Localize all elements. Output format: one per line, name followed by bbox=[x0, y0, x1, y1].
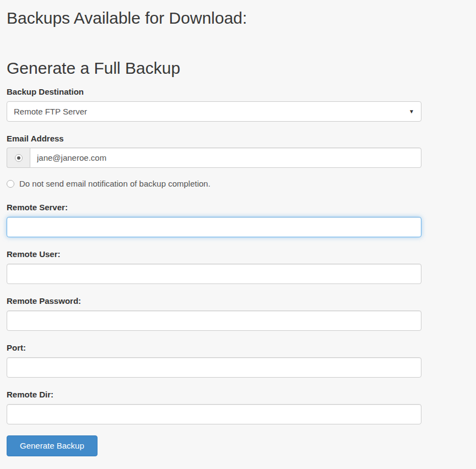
remote-user-input[interactable] bbox=[7, 264, 421, 284]
port-input[interactable] bbox=[7, 357, 421, 378]
remote-dir-label: Remote Dir: bbox=[7, 389, 421, 400]
email-address-input[interactable] bbox=[30, 148, 421, 168]
port-label: Port: bbox=[7, 342, 421, 353]
main-content: Backups Available for Download: Generate… bbox=[7, 9, 421, 456]
email-radio-addon bbox=[7, 148, 30, 168]
remote-dir-input[interactable] bbox=[7, 404, 421, 424]
remote-user-label: Remote User: bbox=[7, 249, 421, 259]
backup-destination-select[interactable]: Remote FTP Server bbox=[7, 101, 421, 122]
remote-server-input[interactable] bbox=[7, 217, 421, 237]
remote-password-input[interactable] bbox=[7, 310, 421, 331]
generate-backup-section-title: Generate a Full Backup bbox=[7, 59, 421, 78]
no-email-option-row: Do not send email notification of backup… bbox=[7, 178, 421, 189]
email-notify-radio[interactable] bbox=[15, 154, 23, 162]
email-input-group bbox=[7, 148, 421, 168]
page-title: Backups Available for Download: bbox=[7, 9, 421, 28]
generate-backup-button[interactable]: Generate Backup bbox=[7, 435, 98, 456]
no-email-notify-label[interactable]: Do not send email notification of backup… bbox=[19, 178, 210, 189]
remote-server-label: Remote Server: bbox=[7, 202, 421, 212]
backup-destination-select-wrap: Remote FTP Server ▼ bbox=[7, 101, 421, 122]
email-address-label: Email Address bbox=[7, 133, 421, 144]
remote-password-label: Remote Password: bbox=[7, 296, 421, 306]
no-email-notify-radio[interactable] bbox=[7, 180, 14, 188]
backup-destination-label: Backup Destination bbox=[7, 86, 421, 97]
